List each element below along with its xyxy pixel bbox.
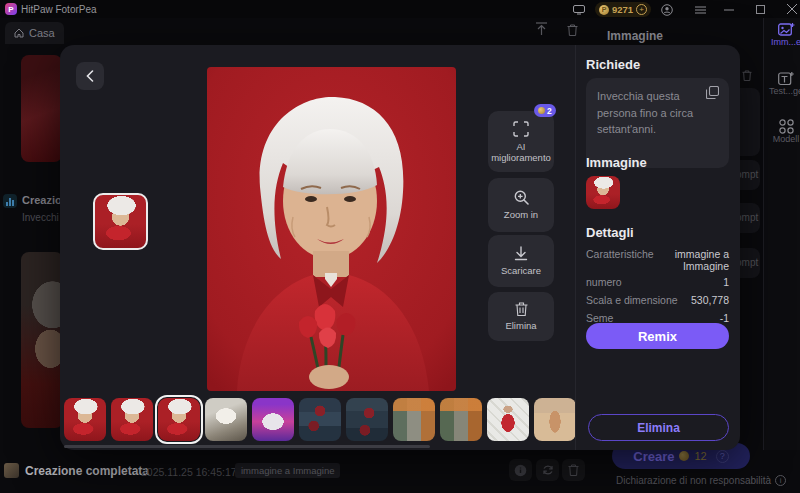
menu-icon[interactable] bbox=[695, 6, 706, 14]
home-icon bbox=[14, 28, 24, 38]
thumbnail-9[interactable] bbox=[440, 398, 482, 441]
thumbnail-2[interactable] bbox=[111, 398, 153, 441]
generated-image[interactable] bbox=[207, 67, 456, 391]
thumbnail-7[interactable] bbox=[346, 398, 388, 441]
download-button[interactable]: Scaricare bbox=[488, 235, 554, 287]
zoom-in-button[interactable]: Zoom in bbox=[488, 178, 554, 232]
history-item-title: Creazio bbox=[22, 194, 60, 206]
creation-type-badge: immagine a Immagine bbox=[235, 463, 340, 478]
thumbnail-11[interactable] bbox=[534, 398, 576, 441]
sidebar-item-text-to-image[interactable]: Test...ge bbox=[766, 71, 800, 96]
disclaimer[interactable]: Dichiarazione di non responsabilità i bbox=[616, 475, 786, 486]
background-result-image[interactable] bbox=[21, 55, 62, 162]
remix-button[interactable]: Remix bbox=[586, 323, 729, 349]
download-label: Scaricare bbox=[501, 265, 541, 276]
tab-home-label: Casa bbox=[29, 27, 55, 39]
ai-enhance-label: AI miglioramento bbox=[491, 141, 551, 163]
image-plus-icon bbox=[778, 22, 795, 37]
thumbnail-10[interactable] bbox=[487, 398, 529, 441]
source-image-thumbnail[interactable] bbox=[586, 176, 620, 209]
info-button[interactable] bbox=[509, 459, 532, 481]
detail-label: numero bbox=[586, 276, 622, 288]
sidebar-divider bbox=[763, 18, 764, 450]
copy-icon[interactable] bbox=[706, 86, 719, 99]
input-image-thumbnail[interactable] bbox=[93, 193, 148, 250]
details-heading: Dettagli bbox=[586, 225, 634, 240]
sidebar-item-image[interactable]: Imm...e bbox=[766, 22, 800, 47]
thumbnail-8[interactable] bbox=[393, 398, 435, 441]
disclaimer-info-icon: i bbox=[775, 475, 786, 486]
sidebar-item-image-label: Imm...e bbox=[766, 37, 800, 47]
create-help-icon[interactable]: ? bbox=[716, 450, 729, 463]
detail-value: 530,778 bbox=[691, 294, 729, 306]
thumbnail-1[interactable] bbox=[64, 398, 106, 441]
create-cost: 12 bbox=[694, 450, 706, 462]
result-viewer-modal: 2 AI miglioramento Zoom in Scaricare bbox=[60, 45, 740, 450]
trash-panel-icon[interactable] bbox=[742, 70, 752, 81]
grid-icon bbox=[779, 119, 794, 134]
delete-creation-button[interactable]: Elimina bbox=[588, 414, 729, 441]
text-plus-icon bbox=[778, 71, 794, 86]
create-coin-icon bbox=[679, 451, 689, 461]
thumbnail-scrollbar[interactable] bbox=[64, 445, 430, 448]
detail-row-number: numero 1 bbox=[586, 276, 729, 288]
background-panel-fragment bbox=[738, 88, 760, 156]
close-button[interactable] bbox=[787, 4, 797, 14]
sidebar-item-models[interactable]: Modell bbox=[766, 119, 800, 144]
history-item-subtitle: Invecchi bbox=[22, 212, 60, 223]
detail-value: 1 bbox=[723, 276, 729, 288]
delete-image-label: Elimina bbox=[505, 320, 536, 331]
app-window: P HitPaw FotorPea P 9271 + Casa bbox=[0, 0, 800, 493]
zoom-in-label: Zoom in bbox=[504, 209, 538, 220]
thumbnail-6[interactable] bbox=[299, 398, 341, 441]
coin-count: 9271 bbox=[612, 4, 633, 15]
footer-thumbnail bbox=[4, 463, 19, 478]
sidebar-item-models-label: Modell bbox=[766, 134, 800, 144]
creation-status: Creazione completata bbox=[25, 464, 149, 478]
titlebar: P HitPaw FotorPea P 9271 + bbox=[0, 0, 800, 18]
regenerate-button[interactable] bbox=[536, 459, 559, 481]
zoom-in-icon bbox=[514, 190, 529, 205]
thumbnail-4[interactable] bbox=[205, 398, 247, 441]
app-logo-icon: P bbox=[5, 3, 17, 15]
panel-divider bbox=[575, 45, 576, 450]
enhance-expand-icon bbox=[513, 121, 529, 137]
detail-row-type: Caratteristiche immagine a Immagine bbox=[586, 248, 729, 272]
account-icon[interactable] bbox=[661, 4, 673, 16]
history-chart-icon bbox=[3, 194, 17, 208]
detail-value: -1 bbox=[720, 312, 729, 324]
trash-header-icon[interactable] bbox=[567, 24, 578, 36]
download-icon bbox=[514, 246, 528, 261]
badge-coin-icon bbox=[538, 107, 545, 114]
maximize-button[interactable] bbox=[756, 5, 765, 14]
export-icon[interactable] bbox=[535, 22, 548, 36]
badge-count: 2 bbox=[547, 106, 552, 116]
create-button-label: Creare bbox=[633, 449, 674, 464]
chevron-left-icon bbox=[86, 70, 94, 82]
delete-result-button[interactable] bbox=[562, 459, 585, 481]
background-panel-title: Immagine bbox=[607, 29, 663, 43]
delete-image-button[interactable]: Elimina bbox=[488, 292, 554, 341]
detail-label: Scala e dimensione bbox=[586, 294, 678, 306]
coin-icon: P bbox=[599, 5, 609, 15]
creation-timestamp: 2025.11.25 16:45:17 bbox=[141, 466, 237, 478]
detail-value: immagine a Immagine bbox=[654, 248, 729, 272]
thumbnail-3-selected[interactable] bbox=[158, 398, 200, 441]
add-coins-icon[interactable]: + bbox=[636, 4, 647, 15]
background-result-image-2[interactable] bbox=[21, 252, 63, 428]
enhance-cost-badge: 2 bbox=[534, 104, 556, 117]
detail-label: Caratteristiche bbox=[586, 248, 654, 272]
ai-enhance-button[interactable]: AI miglioramento bbox=[488, 111, 554, 172]
request-heading: Richiede bbox=[586, 57, 640, 72]
tab-home[interactable]: Casa bbox=[5, 22, 64, 44]
sidebar-item-text-label: Test...ge bbox=[766, 86, 800, 96]
back-button[interactable] bbox=[76, 62, 104, 90]
thumbnail-5[interactable] bbox=[252, 398, 294, 441]
minimize-button[interactable] bbox=[724, 9, 734, 11]
screen-mode-icon[interactable] bbox=[573, 5, 585, 15]
app-title: HitPaw FotorPea bbox=[21, 4, 97, 15]
coin-balance[interactable]: P 9271 + bbox=[595, 2, 651, 17]
disclaimer-text: Dichiarazione di non responsabilità bbox=[616, 475, 771, 486]
trash-icon bbox=[515, 302, 528, 316]
detail-row-scale: Scala e dimensione 530,778 bbox=[586, 294, 729, 306]
